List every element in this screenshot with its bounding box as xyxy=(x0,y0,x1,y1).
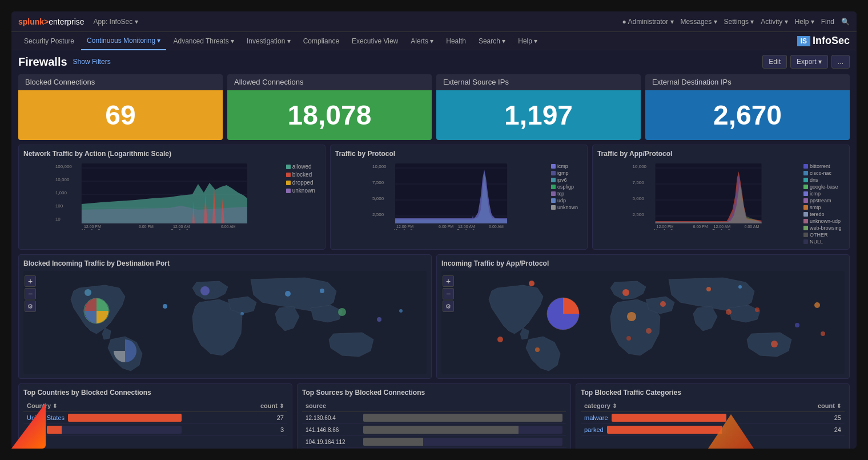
search-icon[interactable]: 🔍 xyxy=(841,18,850,26)
nav-advanced-threats[interactable]: Advanced Threats ▾ xyxy=(167,32,240,50)
more-button[interactable]: ... xyxy=(831,55,850,69)
parked-link[interactable]: parked xyxy=(584,426,604,433)
kpi-allowed-value: 18,078 xyxy=(227,90,432,140)
admin-menu[interactable]: ● Administrator ▾ xyxy=(622,18,674,26)
map-controls-left: + − ⚙ xyxy=(25,275,36,312)
country-col-header[interactable]: Country ⇕ xyxy=(23,400,185,412)
app-protocol-legend: bittorrent cisco-nac dns google-base icm… xyxy=(803,161,845,245)
svg-point-70 xyxy=(660,301,666,307)
zoom-in-button-right[interactable]: + xyxy=(443,275,454,287)
help-menu[interactable]: Help ▾ xyxy=(795,18,814,26)
nav-help[interactable]: Help ▾ xyxy=(512,32,543,50)
show-filters-link[interactable]: Show Filters xyxy=(73,58,111,66)
top-sources-table: source 12.130.60.4 xyxy=(302,400,566,449)
settings-button[interactable]: ⚙ xyxy=(25,301,36,312)
kpi-ext-source-value: 1,197 xyxy=(436,90,641,140)
kpi-ext-source-label: External Source IPs xyxy=(436,74,641,90)
cat-count-col-header[interactable]: count ⇕ xyxy=(730,400,845,412)
top-countries-panel: Top Countries by Blocked Connections Cou… xyxy=(18,383,292,449)
zoom-out-button-right[interactable]: − xyxy=(443,288,454,299)
source-bar-bg xyxy=(363,414,562,422)
svg-text:6:00 AM: 6:00 AM xyxy=(744,225,759,229)
svg-text:2,500: 2,500 xyxy=(632,212,644,217)
svg-text:6:00 AM: 6:00 AM xyxy=(489,225,504,229)
page-title: Firewalls xyxy=(18,55,67,69)
svg-text:Tue Jun 6: Tue Jun 6 xyxy=(171,229,188,230)
table-row: malware 25 xyxy=(581,412,845,424)
kpi-ext-dest: External Destination IPs 2,670 xyxy=(645,74,850,140)
app-name[interactable]: App: InfoSec ▾ xyxy=(94,18,138,26)
table-row: 108.195.11.43 xyxy=(302,448,566,449)
nav-executive-view[interactable]: Executive View xyxy=(346,32,404,50)
nav-health[interactable]: Health xyxy=(440,32,472,50)
find-label: Find xyxy=(821,18,834,26)
svg-text:12:00 PM: 12:00 PM xyxy=(396,225,413,229)
svg-text:12:00 AM: 12:00 AM xyxy=(713,225,730,229)
splunk-logo: splunk>enterprise xyxy=(18,17,85,26)
nav-search[interactable]: Search ▾ xyxy=(473,32,511,50)
parked-bar-bg xyxy=(607,426,727,434)
source-cell: 141.146.8.66 xyxy=(302,424,566,436)
svg-text:7,500: 7,500 xyxy=(372,180,384,185)
count-col-header[interactable]: count ⇕ xyxy=(185,400,287,412)
nav-continuous-monitoring[interactable]: Continuous Monitoring ▾ xyxy=(81,32,166,50)
nav-security-posture[interactable]: Security Posture xyxy=(18,32,80,50)
blocked-map-title: Blocked Incoming Traffic by Destination … xyxy=(23,259,427,267)
us-link[interactable]: United States xyxy=(27,414,65,421)
messages-menu[interactable]: Messages ▾ xyxy=(681,18,717,26)
zoom-in-button[interactable]: + xyxy=(25,275,36,287)
maps-row: Blocked Incoming Traffic by Destination … xyxy=(18,254,850,379)
svg-point-56 xyxy=(320,289,324,293)
header-actions: Edit Export ▾ ... xyxy=(762,55,850,69)
nav-alerts[interactable]: Alerts ▾ xyxy=(405,32,439,50)
nav-investigation[interactable]: Investigation ▾ xyxy=(241,32,296,50)
blocked-incoming-map: Blocked Incoming Traffic by Destination … xyxy=(18,254,432,379)
top-sources-panel: Top Sources by Blocked Connections sourc… xyxy=(297,383,571,449)
category-col-header[interactable]: category ⇕ xyxy=(581,400,730,412)
world-map-svg-right xyxy=(441,271,845,374)
svg-text:10,000: 10,000 xyxy=(55,177,70,182)
kpi-allowed-label: Allowed Connections xyxy=(227,74,432,90)
kpi-blocked-connections: Blocked Connections 69 xyxy=(18,74,223,140)
table-row: parked 24 xyxy=(581,424,845,436)
malware-bar-bg xyxy=(612,414,727,422)
china-count: 3 xyxy=(185,424,287,436)
settings-menu[interactable]: Settings ▾ xyxy=(724,18,754,26)
top-nav-right: ● Administrator ▾ Messages ▾ Settings ▾ … xyxy=(622,18,850,26)
app-protocol-title: Traffic by App/Protocol xyxy=(597,150,845,158)
table-row: 104.19.164.112 xyxy=(302,436,566,448)
ip-label: 104.19.164.112 xyxy=(306,439,360,445)
settings-button-right[interactable]: ⚙ xyxy=(443,301,454,312)
source-cell: 104.19.164.112 xyxy=(302,436,566,448)
zoom-out-button[interactable]: − xyxy=(25,288,36,299)
svg-text:6:00 PM: 6:00 PM xyxy=(139,225,154,229)
blocked-map-container xyxy=(23,271,427,374)
svg-text:Mon Jun 5: Mon Jun 5 xyxy=(82,229,101,230)
second-nav: Security Posture Continuous Monitoring ▾… xyxy=(11,32,857,50)
svg-point-72 xyxy=(738,285,742,289)
charts-row: Network Traffic by Action (Logarithmic S… xyxy=(18,145,850,250)
network-traffic-svg: 100,000 10,000 1,000 100 10 xyxy=(23,161,282,230)
kpi-blocked-label: Blocked Connections xyxy=(18,74,223,90)
svg-text:5,000: 5,000 xyxy=(632,196,644,201)
export-button[interactable]: Export ▾ xyxy=(790,55,828,69)
svg-text:12:00 AM: 12:00 AM xyxy=(458,225,475,229)
svg-point-75 xyxy=(771,341,778,347)
network-traffic-chart: Network Traffic by Action (Logarithmic S… xyxy=(18,145,326,250)
top-categories-title: Top Blocked Traffic Categories xyxy=(581,389,845,397)
svg-point-63 xyxy=(529,281,535,286)
malware-link[interactable]: malware xyxy=(584,414,608,421)
us-bar xyxy=(68,414,182,422)
svg-text:12:00 PM: 12:00 PM xyxy=(656,225,673,229)
activity-menu[interactable]: Activity ▾ xyxy=(761,18,787,26)
world-map-svg-left xyxy=(23,271,427,374)
source-col-header: source xyxy=(302,400,566,412)
incoming-map-container xyxy=(441,271,845,374)
edit-button[interactable]: Edit xyxy=(762,55,787,69)
svg-text:Mon Jun 5: Mon Jun 5 xyxy=(394,229,413,230)
table-row: China 3 xyxy=(23,424,287,436)
nav-compliance[interactable]: Compliance xyxy=(298,32,345,50)
china-bar xyxy=(47,426,62,434)
kpi-ext-dest-value: 2,670 xyxy=(645,90,850,140)
page-header: Firewalls Show Filters Edit Export ▾ ... xyxy=(18,55,850,69)
